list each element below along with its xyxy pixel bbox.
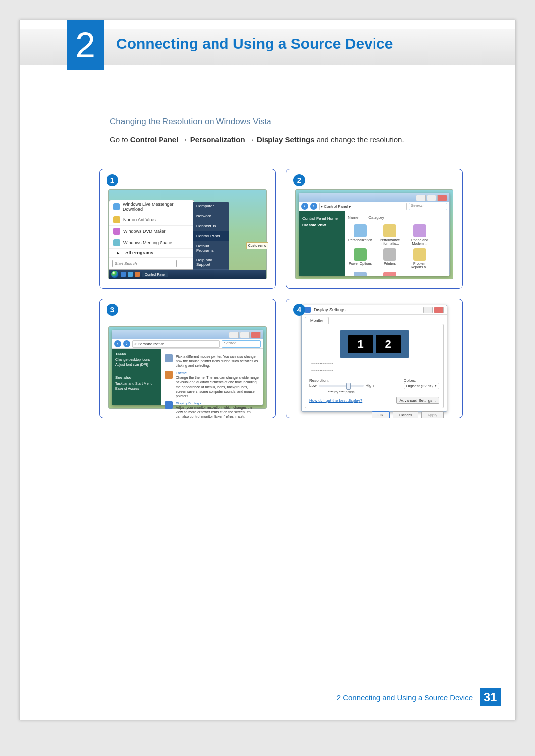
quicklaunch-icon[interactable] — [121, 272, 126, 277]
cp-home-link[interactable]: Control Panel Home — [302, 216, 342, 221]
all-programs[interactable]: All Programs — [109, 249, 194, 258]
minimize-button[interactable] — [229, 332, 239, 338]
ok-button[interactable]: OK — [372, 411, 390, 418]
cp-item[interactable]: Programs and Features — [348, 272, 373, 276]
start-search-input[interactable] — [112, 260, 177, 267]
cancel-button[interactable]: Cancel — [393, 411, 418, 418]
start-menu-item[interactable]: Windows DVD Maker — [109, 226, 194, 237]
slider-high-label: High — [366, 383, 374, 388]
manual-page: 2 Connecting and Using a Source Device C… — [19, 20, 516, 720]
resolution-value: **** by **** pixels — [309, 390, 374, 394]
section-title: Changing the Resolution on Windows Vista — [110, 117, 271, 127]
theme-icon — [165, 371, 173, 379]
start-menu-item[interactable]: Windows Live Messenger Download — [109, 200, 194, 214]
close-button[interactable] — [437, 195, 447, 201]
apply-button[interactable]: Apply — [421, 411, 444, 418]
cp-item[interactable]: Phone and Modem ... — [407, 224, 432, 245]
monitor-tab[interactable]: Monitor — [305, 317, 329, 324]
vista-desktop: ‹ › « Personalization Search Tasks Chang… — [108, 326, 267, 409]
cp-item[interactable]: Realtek HD Audio M... — [377, 272, 402, 276]
display-icon — [165, 401, 173, 409]
monitor-2[interactable]: 2 — [376, 335, 401, 353]
maximize-button[interactable] — [427, 195, 436, 201]
cp-item-label: Printers — [384, 262, 396, 265]
tasks-heading: Tasks — [115, 352, 158, 356]
change-desktop-icons-link[interactable]: Change desktop icons — [115, 358, 158, 361]
breadcrumb[interactable]: ▸ Control Panel ▸ — [319, 203, 407, 210]
back-button[interactable]: ‹ — [114, 340, 121, 347]
resolution-slider[interactable] — [319, 385, 364, 387]
cp-classic-view-link[interactable]: Classic View — [302, 223, 342, 227]
slider-thumb[interactable] — [346, 383, 351, 390]
cp-item-personalization[interactable]: Personalization — [348, 224, 373, 245]
app-icon — [113, 216, 120, 223]
cp-item[interactable]: Performance Informatio... — [377, 224, 402, 245]
breadcrumb[interactable]: « Personalization — [132, 340, 220, 348]
display-settings-entry[interactable]: Display SettingsAdjust your monitor reso… — [165, 401, 259, 418]
close-button[interactable] — [251, 332, 261, 338]
search-input[interactable]: Search — [222, 340, 261, 348]
minimize-button[interactable] — [416, 195, 426, 201]
personalization-main: Pick a different mouse pointer. You can … — [161, 349, 263, 405]
forward-button[interactable]: › — [123, 340, 130, 347]
taskbar-button-control-panel[interactable]: Control Panel — [142, 271, 168, 277]
see-also-heading: See also — [115, 375, 158, 380]
control-panel-sidebar: Control Panel Home Classic View — [299, 211, 345, 276]
cp-item-label: Phone and Modem ... — [411, 238, 428, 245]
monitor-1[interactable]: 1 — [348, 335, 373, 353]
footer-chapter-label: 2 Connecting and Using a Source Device — [337, 693, 473, 702]
best-display-help-link[interactable]: How do I get the best display? — [309, 398, 362, 403]
step-badge-1: 1 — [107, 174, 118, 186]
start-orb-icon[interactable] — [111, 270, 119, 278]
mouse-pointers-entry[interactable]: Pick a different mouse pointer. You can … — [165, 354, 259, 368]
start-right-item[interactable]: Default Programs — [193, 241, 229, 255]
masked-text-2: *********** — [311, 369, 439, 374]
close-button[interactable] — [434, 307, 444, 313]
quicklaunch-icon[interactable] — [128, 272, 133, 277]
start-right-control-panel[interactable]: Control Panel — [193, 231, 229, 241]
start-menu-label: Windows Meeting Space — [123, 240, 172, 245]
start-right-item[interactable]: Help and Support — [193, 255, 229, 270]
step-4-panel: 4 Display Settings Monitor 1 2 *********… — [286, 299, 463, 418]
taskbar-start-menu-link[interactable]: Taskbar and Start Menu — [115, 382, 158, 385]
control-panel-item-grid: Personalization Performance Informatio..… — [348, 224, 446, 276]
cp-item[interactable]: Printers — [377, 248, 402, 269]
realtek-icon — [383, 272, 396, 276]
search-input[interactable]: Search — [409, 203, 447, 210]
start-search-box[interactable] — [109, 258, 194, 269]
minimize-button[interactable] — [423, 307, 433, 313]
vista-desktop: Windows Live Messenger Download Norton A… — [108, 189, 267, 279]
personalization-icon — [354, 224, 367, 237]
path-personalization: Personalization — [190, 135, 245, 144]
adjust-font-size-link[interactable]: Adjust font size (DPI) — [115, 363, 158, 366]
start-right-item[interactable]: Computer — [193, 202, 229, 211]
chapter-number-box: 2 — [67, 20, 104, 70]
slider-low-label: Low — [309, 383, 317, 388]
performance-icon — [383, 224, 396, 237]
cp-item-label: Performance Informatio... — [380, 238, 400, 245]
start-right-item[interactable]: Network — [193, 211, 229, 221]
theme-entry[interactable]: ThemeChange the theme. Themes can change… — [165, 371, 259, 398]
start-right-item[interactable]: Connect To — [193, 221, 229, 231]
start-menu-right: Computer Network Connect To Control Pane… — [193, 202, 229, 270]
ease-of-access-link[interactable]: Ease of Access — [115, 387, 158, 390]
cp-item[interactable]: Power Options — [348, 248, 373, 269]
printers-icon — [383, 248, 396, 261]
window-titlebar — [112, 330, 263, 339]
start-menu-item[interactable]: Windows Meeting Space — [109, 237, 194, 249]
advanced-settings-button[interactable]: Advanced Settings... — [396, 397, 439, 404]
start-menu-item[interactable]: Norton AntiVirus — [109, 214, 194, 226]
back-button[interactable]: ‹ — [301, 203, 308, 210]
dialog-buttons: OK Cancel Apply — [302, 411, 444, 418]
window-titlebar — [299, 193, 449, 202]
taskbar: Control Panel — [109, 270, 266, 279]
problem-reports-icon — [413, 248, 426, 261]
cp-item[interactable]: Problem Reports a... — [407, 248, 432, 269]
quicklaunch-icon[interactable] — [135, 272, 140, 277]
colors-select[interactable]: Highest (32 bit) — [404, 383, 439, 389]
forward-button[interactable]: › — [310, 203, 317, 210]
chapter-title: Connecting and Using a Source Device — [116, 35, 393, 52]
app-icon — [113, 203, 120, 210]
step-badge-3: 3 — [107, 304, 118, 316]
maximize-button[interactable] — [240, 332, 250, 338]
